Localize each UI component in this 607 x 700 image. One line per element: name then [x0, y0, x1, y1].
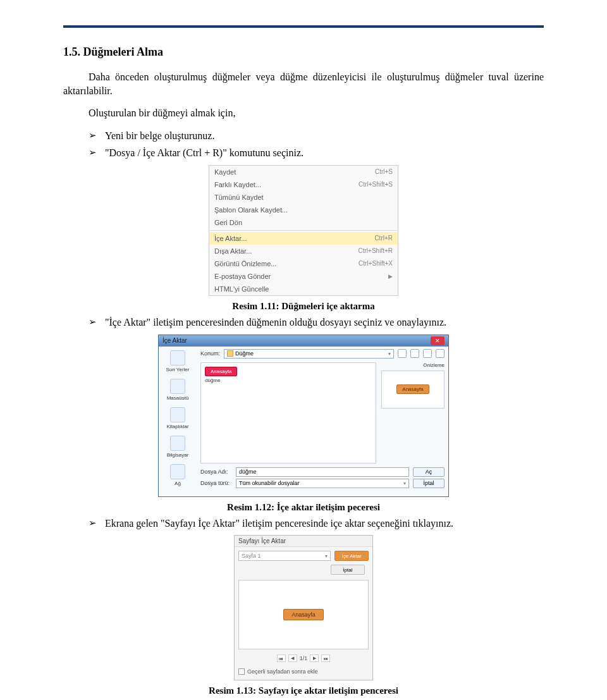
figure-menu: KaydetCtrl+SFarklı Kaydet...Ctrl+Shift+S… — [63, 165, 544, 296]
open-button[interactable]: Aç — [413, 467, 445, 477]
last-page-button[interactable]: ⏭ — [321, 654, 330, 662]
menu-item-label: Tümünü Kaydet — [214, 193, 393, 201]
place-icon — [170, 436, 185, 451]
menu-shortcut: Ctrl+S — [375, 168, 393, 175]
place-label: Kitaplıklar — [166, 424, 188, 429]
bullet-arrow-icon: ➢ — [89, 517, 105, 531]
location-value: Düğme — [235, 350, 254, 357]
menu-item-label: Dışa Aktar... — [214, 247, 359, 255]
menu-item-label: Geri Dön — [214, 219, 393, 226]
menu-item[interactable]: Görüntü Önizleme...Ctrl+Shift+X — [209, 257, 398, 270]
bullet-text: Yeni bir belge oluşturunuz. — [105, 129, 544, 143]
bullet: ➢ "Dosya / İçe Aktar (Ctrl + R)" komutun… — [89, 146, 544, 160]
nav-back-button[interactable] — [398, 349, 407, 358]
checkbox-label: Geçerli sayfadan sonra ekle — [247, 668, 318, 675]
menu-item[interactable]: İçe Aktar...Ctrl+R — [209, 232, 398, 245]
menu-shortcut: Ctrl+Shift+R — [359, 247, 393, 254]
menu-shortcut: Ctrl+Shift+X — [359, 260, 393, 267]
menu-item-label: Kaydet — [214, 168, 375, 176]
preview-label: Önizleme — [381, 362, 445, 368]
cancel-button[interactable]: İptal — [331, 565, 365, 575]
menu-item[interactable]: Farklı Kaydet...Ctrl+Shift+S — [209, 178, 398, 191]
section-heading: 1.5. Düğmeleri Alma — [63, 46, 544, 59]
menu-shortcut: Ctrl+Shift+S — [359, 181, 393, 188]
figure-open-dialog: İçe Aktar ✕ Son YerlerMasaüstüKitaplıkla… — [63, 335, 544, 497]
file-list[interactable]: Anasayfa düğme — [200, 362, 376, 464]
chevron-down-icon: ▾ — [325, 553, 328, 559]
bullet: ➢ Ekrana gelen "Sayfayı İçe Aktar" ileti… — [89, 517, 544, 531]
nav-up-button[interactable] — [410, 349, 419, 358]
place-item[interactable]: Ağ — [165, 464, 190, 486]
file-thumb[interactable]: Anasayfa — [205, 367, 237, 376]
bullet-text: Ekrana gelen "Sayfayı İçe Aktar" iletişi… — [105, 517, 544, 531]
bullet-text: "İçe Aktar" iletişim penceresinden düğme… — [105, 316, 544, 329]
figure-page-import: Sayfayı İçe Aktar Sayfa 1 ▾ İçe Aktar İp… — [63, 535, 544, 680]
view-list-button[interactable] — [436, 349, 445, 358]
menu-item-label: Görüntü Önizleme... — [214, 260, 359, 267]
chevron-down-icon: ▾ — [403, 481, 406, 486]
chevron-down-icon: ▾ — [388, 351, 391, 357]
filetype-value: Tüm okunabilir dosyalar — [239, 480, 300, 486]
place-label: Son Yerler — [166, 367, 190, 372]
bullet-text: "Dosya / İçe Aktar (Ctrl + R)" komutunu … — [105, 146, 544, 160]
file-menu: KaydetCtrl+SFarklı Kaydet...Ctrl+Shift+S… — [209, 165, 398, 296]
bullet-arrow-icon: ➢ — [89, 146, 105, 160]
dialog-title: Sayfayı İçe Aktar — [235, 536, 372, 547]
figure-caption: Resim 1.13: Sayfayı içe aktar iletişim p… — [63, 685, 544, 696]
page-select[interactable]: Sayfa 1 ▾ — [238, 551, 331, 561]
page-select-value: Sayfa 1 — [242, 553, 261, 559]
preview-badge: Anasayfa — [396, 384, 429, 394]
place-label: Masaüstü — [167, 395, 189, 401]
bullet: ➢ "İçe Aktar" iletişim penceresinden düğ… — [89, 316, 544, 329]
menu-item[interactable]: Tümünü Kaydet — [209, 191, 398, 204]
pager: ⏮ ◀ 1/1 ▶ ⏭ — [235, 652, 372, 667]
first-page-button[interactable]: ⏮ — [277, 654, 286, 662]
place-label: Bilgisayar — [167, 452, 189, 458]
open-dialog: İçe Aktar ✕ Son YerlerMasaüstüKitaplıkla… — [158, 335, 449, 497]
dialog-title: İçe Aktar — [162, 337, 431, 344]
page-import-dialog: Sayfayı İçe Aktar Sayfa 1 ▾ İçe Aktar İp… — [234, 535, 373, 680]
location-label: Konum: — [200, 350, 220, 357]
menu-item[interactable]: Geri Dön — [209, 216, 398, 229]
filename-input[interactable]: düğme — [236, 467, 409, 477]
menu-item-label: E-postaya Gönder — [214, 273, 386, 280]
preview-box: Anasayfa — [381, 371, 445, 408]
next-page-button[interactable]: ▶ — [310, 654, 319, 662]
view-button[interactable] — [423, 349, 432, 358]
bullet-arrow-icon: ➢ — [89, 316, 105, 329]
menu-shortcut: Ctrl+R — [374, 235, 393, 242]
filetype-combo[interactable]: Tüm okunabilir dosyalar ▾ — [236, 479, 409, 488]
place-item[interactable]: Son Yerler — [165, 350, 190, 372]
location-combo[interactable]: Düğme ▾ — [224, 349, 394, 359]
place-icon — [170, 464, 185, 479]
insert-after-checkbox[interactable] — [238, 668, 245, 675]
figure-caption: Resim 1.11: Düğmeleri içe aktarma — [63, 301, 544, 312]
place-item[interactable]: Bilgisayar — [165, 436, 190, 458]
close-icon[interactable]: ✕ — [431, 336, 445, 345]
place-icon — [170, 350, 185, 365]
filename-label: Dosya Adı: — [200, 469, 232, 475]
prev-page-button[interactable]: ◀ — [288, 654, 297, 662]
import-button[interactable]: İçe Aktar — [334, 551, 369, 561]
menu-item[interactable]: Dışa Aktar...Ctrl+Shift+R — [209, 245, 398, 257]
menu-item[interactable]: Şablon Olarak Kaydet... — [209, 204, 398, 216]
chevron-right-icon: ▶ — [388, 273, 393, 279]
preview-box: Anasayfa — [238, 580, 369, 649]
paragraph: Daha önceden oluşturulmuş düğmeler veya … — [63, 70, 544, 97]
menu-item-label: HTML'yi Güncelle — [214, 285, 393, 293]
header-rule — [63, 25, 544, 28]
menu-item[interactable]: KaydetCtrl+S — [209, 166, 398, 178]
menu-item[interactable]: E-postaya Gönder▶ — [209, 270, 398, 283]
place-item[interactable]: Kitaplıklar — [165, 407, 190, 429]
menu-item-label: Farklı Kaydet... — [214, 181, 359, 188]
place-icon — [170, 407, 185, 422]
places-sidebar: Son YerlerMasaüstüKitaplıklarBilgisayarA… — [159, 347, 197, 493]
bullet-arrow-icon: ➢ — [89, 129, 105, 143]
place-item[interactable]: Masaüstü — [165, 379, 190, 401]
cancel-button[interactable]: İptal — [413, 479, 445, 488]
place-label: Ağ — [175, 481, 181, 486]
menu-item[interactable]: HTML'yi Güncelle — [209, 283, 398, 295]
folder-icon — [227, 350, 233, 357]
file-name: düğme — [205, 378, 372, 383]
place-icon — [170, 379, 185, 394]
